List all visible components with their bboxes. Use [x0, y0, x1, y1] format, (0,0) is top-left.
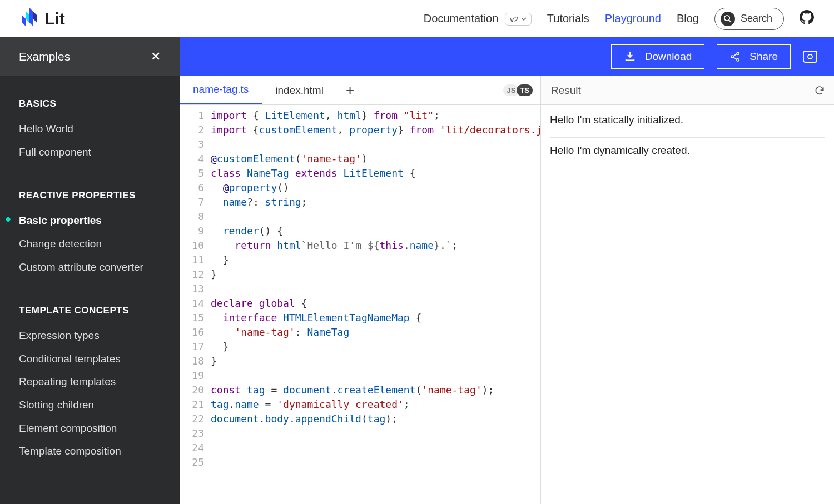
sidebar-item[interactable]: Full component	[19, 145, 161, 159]
sidebar-item[interactable]: Slotting children	[19, 398, 161, 412]
result-panel: Result Hello I'm statically initialized.…	[541, 76, 834, 504]
svg-marker-1	[26, 11, 29, 22]
result-title: Result	[551, 84, 581, 97]
nav-tutorials[interactable]: Tutorials	[547, 12, 589, 25]
download-icon	[624, 51, 636, 63]
editor-panel: name-tag.ts index.html + JS TS 1import {…	[180, 76, 541, 504]
code-line[interactable]: 11 }	[180, 253, 540, 267]
action-bar: Download Share	[180, 37, 834, 76]
lang-toggle[interactable]: JS TS	[503, 76, 540, 104]
code-line[interactable]: 24	[180, 441, 540, 455]
brand-text: Lit	[44, 9, 65, 28]
version-selector[interactable]: v2	[505, 13, 532, 26]
code-line[interactable]: 16 'name-tag': NameTag	[180, 325, 540, 340]
code-line[interactable]: 25	[180, 455, 540, 470]
code-line[interactable]: 10 return html`Hello I'm ${this.name}.`;	[180, 238, 540, 253]
download-button[interactable]: Download	[611, 44, 705, 69]
svg-point-13	[808, 54, 812, 59]
svg-line-10	[733, 54, 737, 56]
code-line[interactable]: 7 name?: string;	[180, 195, 540, 209]
code-line[interactable]: 2import {customElement, property} from '…	[180, 123, 540, 137]
code-line[interactable]: 8	[180, 209, 540, 224]
preview-icon[interactable]	[803, 51, 817, 63]
code-line[interactable]: 22document.body.appendChild(tag);	[180, 412, 540, 426]
sidebar-body: BASICSHello WorldFull componentREACTIVE …	[0, 76, 180, 504]
code-line[interactable]: 19	[180, 368, 540, 383]
result-line: Hello I'm dynamically created.	[550, 144, 825, 157]
svg-marker-2	[33, 11, 37, 22]
sidebar-item[interactable]: Template composition	[19, 444, 161, 458]
top-nav: Documentation v2 Tutorials Playground Bl…	[424, 8, 814, 30]
sidebar-title: Examples	[19, 50, 70, 63]
code-line[interactable]: 23	[180, 426, 540, 441]
close-icon[interactable]: ✕	[151, 49, 161, 64]
svg-line-11	[733, 57, 737, 59]
code-line[interactable]: 13	[180, 282, 540, 296]
share-icon	[729, 51, 741, 62]
code-line[interactable]: 14declare global {	[180, 296, 540, 311]
svg-point-5	[724, 16, 729, 21]
code-line[interactable]: 1import { LitElement, html} from "lit";	[180, 108, 540, 123]
share-button[interactable]: Share	[717, 44, 791, 69]
code-line[interactable]: 3	[180, 137, 540, 152]
top-header: Lit Documentation v2 Tutorials Playgroun…	[0, 0, 834, 37]
workspace: Download Share name-tag.ts index.html + …	[180, 37, 834, 504]
logo[interactable]: Lit	[20, 8, 65, 30]
chevron-down-icon	[521, 17, 527, 21]
code-line[interactable]: 9 render() {	[180, 224, 540, 238]
reload-icon[interactable]	[814, 85, 825, 96]
sidebar-item[interactable]: Hello World	[19, 122, 161, 136]
nav-blog[interactable]: Blog	[677, 12, 699, 25]
tab-name-tag-ts[interactable]: name-tag.ts	[180, 76, 262, 104]
svg-rect-12	[803, 51, 817, 62]
sidebar-section-heading: REACTIVE PROPERTIES	[19, 190, 161, 201]
sidebar-section-heading: BASICS	[19, 98, 161, 109]
nav-playground[interactable]: Playground	[605, 12, 661, 25]
sidebar-item[interactable]: Repeating templates	[19, 375, 161, 389]
sidebar: Examples ✕ BASICSHello WorldFull compone…	[0, 37, 180, 504]
code-line[interactable]: 20const tag = document.createElement('na…	[180, 383, 540, 397]
code-line[interactable]: 18}	[180, 354, 540, 368]
sidebar-item[interactable]: Expression types	[19, 328, 161, 343]
code-line[interactable]: 21tag.name = 'dynamically created';	[180, 397, 540, 412]
sidebar-header: Examples ✕	[0, 37, 180, 76]
lang-ts[interactable]: TS	[517, 84, 533, 96]
logo-icon	[20, 8, 39, 30]
sidebar-item[interactable]: Conditional templates	[19, 352, 161, 366]
sidebar-section-heading: TEMPLATE CONCEPTS	[19, 305, 161, 316]
code-line[interactable]: 12}	[180, 267, 540, 282]
svg-line-6	[729, 20, 732, 22]
code-editor[interactable]: 1import { LitElement, html} from "lit";2…	[180, 105, 540, 504]
github-link[interactable]	[800, 10, 814, 27]
add-tab-button[interactable]: +	[337, 76, 363, 104]
svg-marker-3	[22, 15, 26, 26]
tab-index-html[interactable]: index.html	[262, 76, 337, 104]
sidebar-item[interactable]: Custom attribute converter	[19, 260, 161, 275]
code-line[interactable]: 5class NameTag extends LitElement {	[180, 166, 540, 181]
code-line[interactable]: 15 interface HTMLElementTagNameMap {	[180, 311, 540, 325]
sidebar-item[interactable]: Basic properties	[19, 213, 161, 228]
sidebar-item[interactable]: Change detection	[19, 237, 161, 251]
search-icon	[721, 12, 735, 26]
search-button[interactable]: Search	[714, 8, 784, 30]
code-line[interactable]: 17 }	[180, 340, 540, 354]
editor-tabs: name-tag.ts index.html + JS TS	[180, 76, 540, 105]
sidebar-item[interactable]: Element composition	[19, 421, 161, 436]
nav-documentation[interactable]: Documentation v2	[424, 12, 532, 26]
github-icon	[800, 10, 814, 24]
result-output: Hello I'm statically initialized.Hello I…	[541, 105, 834, 177]
result-line: Hello I'm statically initialized.	[550, 114, 825, 126]
code-line[interactable]: 6 @property()	[180, 181, 540, 195]
result-header: Result	[541, 76, 834, 105]
code-line[interactable]: 4@customElement('name-tag')	[180, 152, 540, 166]
